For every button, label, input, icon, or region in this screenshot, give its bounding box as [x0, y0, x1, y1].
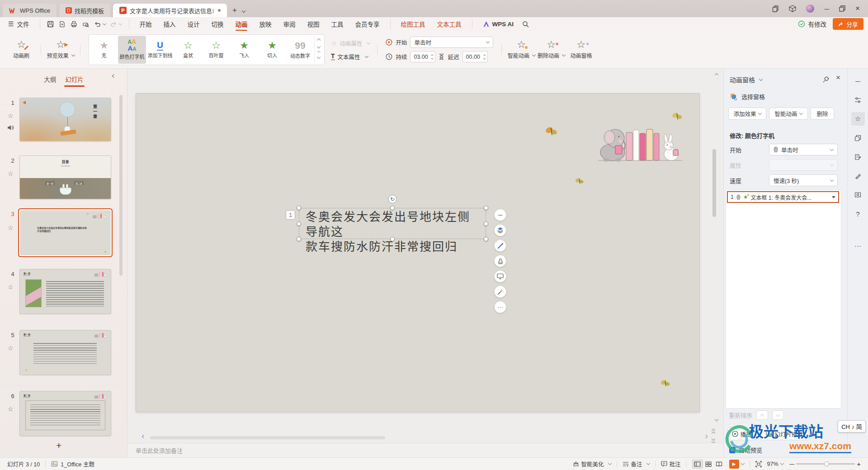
duration-spin-arrows[interactable]: [431, 55, 433, 59]
tab-slides[interactable]: 幻灯片: [65, 75, 84, 84]
export-pdf-button[interactable]: [57, 19, 68, 29]
undo-button[interactable]: [92, 19, 108, 29]
resize-handle-w[interactable]: [297, 221, 301, 226]
gallery-scroll-down[interactable]: [317, 45, 321, 48]
theme-name[interactable]: 1_Office 主题: [61, 460, 94, 468]
rail-search-book-icon[interactable]: [851, 188, 865, 202]
reorder-down-button[interactable]: [772, 410, 784, 420]
normal-view-button[interactable]: [692, 460, 703, 469]
smart-beautify-button[interactable]: 智能美化: [573, 460, 611, 468]
slide-thumbnail-6[interactable]: 第二章: [20, 391, 111, 436]
item-dropdown-arrow[interactable]: [832, 196, 835, 198]
fit-slide-icon[interactable]: [755, 461, 762, 467]
slide-thumbnail-2[interactable]: 目录 Contents 第一章 第二章: [20, 156, 111, 199]
speed-select[interactable]: 慢速(3 秒): [769, 174, 838, 186]
tab-list-dropdown[interactable]: [242, 8, 245, 13]
rail-notebook-pen-icon[interactable]: [851, 150, 865, 164]
slideshow-play-button[interactable]: 幻灯片播放: [760, 428, 809, 440]
menu-tab-member[interactable]: 会员专享: [349, 17, 386, 31]
workspace-switch-icon[interactable]: [772, 5, 779, 12]
zoom-out-button[interactable]: ─: [790, 460, 795, 468]
float-wand-button[interactable]: [494, 286, 506, 298]
selected-textbox[interactable]: 1 ↻ 冬奥会发大会发出号地块左侧导航这款车搜防水防汗非常搜回归: [299, 208, 486, 239]
delete-effect-button[interactable]: 删除: [811, 108, 834, 120]
checkbox-checked-icon[interactable]: ✓: [729, 447, 736, 453]
vertical-scroll-thumb[interactable]: [712, 149, 716, 217]
zoom-in-button[interactable]: +: [857, 460, 861, 468]
tab-wps-home[interactable]: WPS Office: [3, 4, 57, 17]
rail-help-icon[interactable]: ?: [851, 207, 865, 221]
delay-spinner[interactable]: 00.00: [462, 51, 488, 62]
menu-tab-draw-tools[interactable]: 绘图工具: [395, 17, 431, 31]
slideshow-from-current-button[interactable]: ▶: [729, 460, 739, 469]
pin-icon[interactable]: [822, 76, 830, 83]
gallery-item-cut-in[interactable]: ★ 切入: [258, 36, 286, 64]
menu-tab-view[interactable]: 视图: [302, 17, 326, 31]
tab-current-document[interactable]: P 文字是人类用符号记录表达信息以: [113, 4, 227, 17]
print-button[interactable]: [68, 19, 80, 29]
minimize-button[interactable]: ─: [824, 5, 829, 13]
preview-effect-button[interactable]: ☆▶ 预览效果: [46, 33, 75, 66]
delay-spin-arrows[interactable]: [484, 55, 486, 59]
float-more-button[interactable]: ···: [494, 301, 506, 313]
slide-sorter-view-button[interactable]: [703, 460, 714, 469]
resize-handle-sw[interactable]: [297, 237, 301, 241]
gallery-item-blinds[interactable]: ☆ 百叶窗: [202, 36, 230, 64]
gallery-item-underline[interactable]: U 添加下划线: [146, 36, 174, 64]
add-effect-button[interactable]: 添加效果: [728, 108, 766, 120]
animation-list-item-selected[interactable]: 1 ★★ 文本框 1: 冬奥会发大会...: [727, 191, 839, 203]
menu-tab-review[interactable]: 审阅: [278, 17, 302, 31]
notes-button[interactable]: 备注: [623, 460, 650, 468]
menu-tab-text-tools[interactable]: 文本工具: [431, 17, 467, 31]
file-menu[interactable]: ☰ 文件: [0, 17, 35, 31]
rail-settings-icon[interactable]: [851, 93, 865, 107]
scroll-up-arrow[interactable]: [715, 73, 718, 77]
gallery-item-none[interactable]: ★ 无: [90, 36, 118, 64]
new-tab-button[interactable]: +: [232, 6, 237, 15]
animation-pane-button[interactable]: ☆≡ 动画窗格: [566, 33, 596, 66]
sync-status[interactable]: 有修改: [798, 19, 826, 28]
gallery-item-box[interactable]: ☆ 盒状: [174, 36, 202, 64]
slide-editing-surface[interactable]: 1 ↻ 冬奥会发大会发出号地块左侧导航这款车搜防水防汗非常搜回归 ─: [136, 94, 699, 412]
float-screen-button[interactable]: [494, 270, 506, 282]
print-preview-button[interactable]: [80, 19, 92, 29]
wps-ai-button[interactable]: WPS AI: [477, 17, 520, 31]
rail-pen-icon[interactable]: [851, 169, 865, 183]
menu-tab-design[interactable]: 设计: [182, 17, 206, 31]
previous-slide-button[interactable]: [712, 426, 715, 435]
slide-thumbnail-3-current[interactable]: 冬奥会发大会发出号地块左侧导航这款车搜防水防汗非常搜回归: [20, 210, 111, 255]
horizontal-scrollbar[interactable]: [137, 435, 711, 441]
selection-pane-button[interactable]: 选择窗格: [730, 92, 765, 101]
restore-button[interactable]: [839, 5, 845, 12]
user-avatar[interactable]: [806, 5, 814, 13]
scroll-right-arrow[interactable]: [704, 435, 708, 438]
menu-tab-home[interactable]: 开始: [134, 17, 158, 31]
float-collapse-button[interactable]: ─: [494, 209, 506, 221]
zoom-dropdown[interactable]: [780, 461, 783, 465]
next-slide-button[interactable]: [712, 434, 715, 443]
rail-collapse-button[interactable]: ─: [851, 74, 865, 88]
duration-spinner[interactable]: 03.00: [410, 51, 435, 62]
float-brush-button[interactable]: [494, 240, 506, 252]
tab-outline[interactable]: 大纲: [44, 75, 56, 84]
resize-handle-se[interactable]: [484, 237, 488, 241]
vertical-scrollbar[interactable]: [712, 70, 717, 440]
animation-pane-title-dropdown[interactable]: 动画窗格: [730, 75, 762, 84]
rail-shapes-icon[interactable]: [851, 131, 865, 145]
start-select[interactable]: 单击时: [410, 37, 493, 48]
menu-tab-tools[interactable]: 工具: [326, 17, 349, 31]
redo-button[interactable]: [108, 19, 124, 29]
auto-preview-option[interactable]: ✓ 自动预览: [729, 446, 762, 454]
gallery-expand[interactable]: [317, 52, 321, 60]
smart-animation-pane-button[interactable]: 智能动画: [769, 108, 808, 120]
animation-property-dropdown[interactable]: ☆ 动画属性: [331, 38, 370, 48]
gallery-item-fly-in[interactable]: ★ 飞入: [230, 36, 258, 64]
integration-box-icon[interactable]: [789, 5, 796, 12]
share-button[interactable]: 分享: [833, 18, 863, 30]
slide-thumbnail-5[interactable]: 第一章: [20, 330, 111, 375]
gallery-item-color-typewriter[interactable]: AAAA 颜色打字机: [118, 36, 146, 64]
zoom-slider-thumb[interactable]: [824, 461, 829, 466]
start-condition-select[interactable]: 单击时: [769, 144, 838, 155]
menu-tab-animation[interactable]: 动画: [230, 17, 254, 31]
reorder-up-button[interactable]: [756, 410, 768, 420]
